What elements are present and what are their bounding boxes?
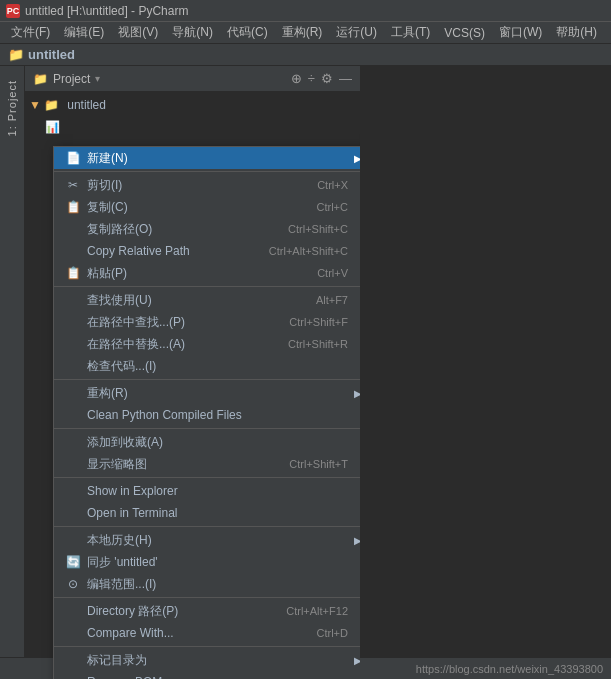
sync-icon: 🔄 [64,555,82,569]
project-header-left: 📁 Project ▾ [33,72,100,86]
split-icon[interactable]: ÷ [308,71,315,86]
ctx-sync-label: 同步 'untitled' [87,554,360,571]
ctx-sep6 [54,526,360,527]
copy-icon: 📋 [64,200,82,214]
ctx-sync[interactable]: 🔄 同步 'untitled' [54,551,360,573]
ctx-sep2 [54,286,360,287]
ctx-sep5 [54,477,360,478]
ctx-compare[interactable]: Compare With... Ctrl+D [54,622,360,644]
ctx-open-terminal[interactable]: Open in Terminal [54,502,360,524]
ctx-mark-dir[interactable]: 标记目录为 [54,649,360,671]
breadcrumb-bar: 📁 untitled [0,44,611,66]
ctx-sep3 [54,379,360,380]
ctx-local-history-label: 本地历史(H) [87,532,360,549]
ctx-mark-dir-label: 标记目录为 [87,652,360,669]
cut-icon: ✂ [64,178,82,192]
tree-item-label: untitled [67,98,106,112]
context-menu: 📄 新建(N) 文件New 临时文件Ctrl+Alt+Shift+Insert目… [53,146,360,679]
ctx-copy-rel[interactable]: Copy Relative Path Ctrl+Alt+Shift+C [54,240,360,262]
menu-item-h[interactable]: 帮助(H) [549,22,604,43]
ctx-copy[interactable]: 📋 复制(C) Ctrl+C [54,196,360,218]
paste-icon: 📋 [64,266,82,280]
minimize-icon[interactable]: — [339,71,352,86]
menu-item-r[interactable]: 重构(R) [275,22,330,43]
ctx-clean-label: Clean Python Compiled Files [87,408,360,422]
ctx-inspect-label: 检查代码...(I) [87,358,360,375]
menu-item-n[interactable]: 导航(N) [165,22,220,43]
edit-scope-icon: ⊙ [64,577,82,591]
menu-bar: 文件(F)编辑(E)视图(V)导航(N)代码(C)重构(R)运行(U)工具(T)… [0,22,611,44]
ctx-new-label: 新建(N) [87,150,360,167]
ctx-edit-scope[interactable]: ⊙ 编辑范围...(I) [54,573,360,595]
project-header: 📁 Project ▾ ⊕ ÷ ⚙ — [25,66,360,92]
project-panel: 📁 Project ▾ ⊕ ÷ ⚙ — ▼ 📁 untitled 📊 [25,66,360,679]
menu-item-t[interactable]: 工具(T) [384,22,437,43]
side-panel: 1: Project [0,66,25,679]
ctx-copy-path[interactable]: 复制路径(O) Ctrl+Shift+C [54,218,360,240]
menu-item-c[interactable]: 代码(C) [220,22,275,43]
menu-item-w[interactable]: 窗口(W) [492,22,549,43]
app-icon: PC [6,4,20,18]
breadcrumb-folder-icon: 📁 [8,47,24,62]
tree-area: ▼ 📁 untitled 📊 [25,92,360,140]
ctx-find-usages-shortcut: Alt+F7 [316,294,348,306]
ctx-paste-shortcut: Ctrl+V [317,267,348,279]
ctx-refactor-label: 重构(R) [87,385,360,402]
add-icon[interactable]: ⊕ [291,71,302,86]
ctx-paste[interactable]: 📋 粘贴(P) Ctrl+V [54,262,360,284]
ctx-sep7 [54,597,360,598]
ctx-sep8 [54,646,360,647]
ctx-compare-shortcut: Ctrl+D [317,627,348,639]
ctx-dir-path[interactable]: Directory 路径(P) Ctrl+Alt+F12 [54,600,360,622]
ctx-find-path[interactable]: 在路径中查找...(P) Ctrl+Shift+F [54,311,360,333]
ctx-cut[interactable]: ✂ 剪切(I) Ctrl+X [54,174,360,196]
ctx-local-history[interactable]: 本地历史(H) [54,529,360,551]
tree-item-bar[interactable]: 📊 [25,116,360,138]
dropdown-arrow[interactable]: ▾ [95,73,100,84]
menu-item-e[interactable]: 编辑(E) [57,22,111,43]
ctx-bookmark[interactable]: 添加到收藏(A) [54,431,360,453]
ctx-sep1 [54,171,360,172]
menu-item-f[interactable]: 文件(F) [4,22,57,43]
main-area: 1: Project 📁 Project ▾ ⊕ ÷ ⚙ — ▼ 📁 untit… [0,66,611,679]
title-bar-text: untitled [H:\untitled] - PyCharm [25,4,188,18]
ctx-new[interactable]: 📄 新建(N) 文件New 临时文件Ctrl+Alt+Shift+Insert目… [54,147,360,169]
title-bar: PC untitled [H:\untitled] - PyCharm [0,0,611,22]
ctx-thumbnail-shortcut: Ctrl+Shift+T [289,458,348,470]
ctx-open-terminal-label: Open in Terminal [87,506,360,520]
ctx-sep4 [54,428,360,429]
ctx-remove-bom-label: Remove BOM [87,675,360,679]
ctx-replace-path[interactable]: 在路径中替换...(A) Ctrl+Shift+R [54,333,360,355]
ctx-find-path-shortcut: Ctrl+Shift+F [289,316,348,328]
menu-item-vcss[interactable]: VCS(S) [437,24,492,42]
ctx-clean[interactable]: Clean Python Compiled Files [54,404,360,426]
ctx-copy-shortcut: Ctrl+C [317,201,348,213]
project-header-title: Project [53,72,90,86]
menu-item-v[interactable]: 视图(V) [111,22,165,43]
menu-item-u[interactable]: 运行(U) [329,22,384,43]
ctx-dir-path-shortcut: Ctrl+Alt+F12 [286,605,348,617]
ctx-find-usages[interactable]: 查找使用(U) Alt+F7 [54,289,360,311]
ctx-copy-rel-shortcut: Ctrl+Alt+Shift+C [269,245,348,257]
tree-bar-icon: 📊 [45,120,60,134]
ctx-copy-path-shortcut: Ctrl+Shift+C [288,223,348,235]
settings-icon[interactable]: ⚙ [321,71,333,86]
ctx-edit-scope-label: 编辑范围...(I) [87,576,360,593]
ctx-refactor[interactable]: 重构(R) [54,382,360,404]
breadcrumb-text: untitled [28,47,75,62]
ctx-replace-path-shortcut: Ctrl+Shift+R [288,338,348,350]
new-icon: 📄 [64,151,82,165]
side-panel-label: 1: Project [6,80,18,136]
tree-item-untitled[interactable]: ▼ 📁 untitled [25,94,360,116]
ctx-remove-bom[interactable]: Remove BOM [54,671,360,679]
ctx-cut-shortcut: Ctrl+X [317,179,348,191]
tree-folder-icon: ▼ 📁 [29,98,59,112]
ctx-bookmark-label: 添加到收藏(A) [87,434,360,451]
ctx-show-explorer[interactable]: Show in Explorer [54,480,360,502]
ctx-inspect[interactable]: 检查代码...(I) [54,355,360,377]
ctx-thumbnail[interactable]: 显示缩略图 Ctrl+Shift+T [54,453,360,475]
project-header-icons: ⊕ ÷ ⚙ — [291,71,352,86]
project-folder-icon: 📁 [33,72,48,86]
ctx-show-explorer-label: Show in Explorer [87,484,360,498]
status-link: https://blog.csdn.net/weixin_43393800 [416,663,603,675]
